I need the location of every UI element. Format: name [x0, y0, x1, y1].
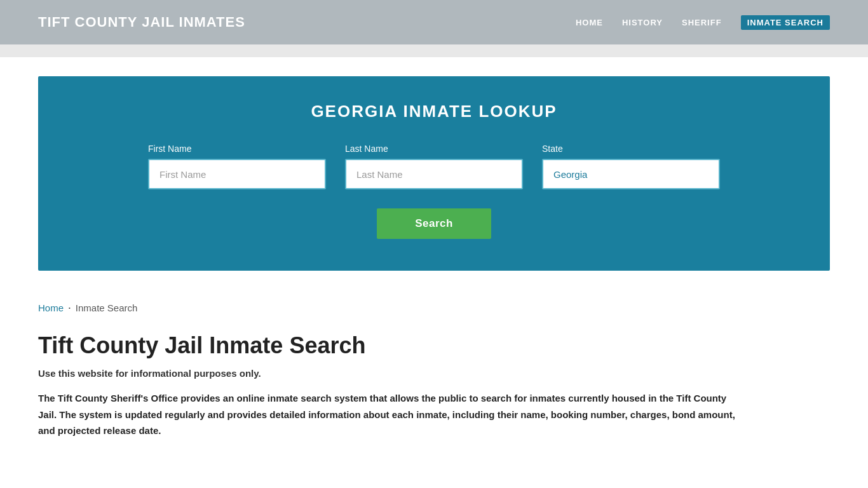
search-fields-row: First Name Last Name State [76, 144, 792, 189]
breadcrumb-current: Inmate Search [76, 302, 138, 313]
inmate-search-panel: GEORGIA INMATE LOOKUP First Name Last Na… [38, 76, 830, 271]
sub-header-line [0, 44, 868, 57]
state-label: State [542, 144, 720, 154]
first-name-input[interactable] [148, 159, 326, 189]
main-nav: HOME HISTORY SHERIFF INMATE SEARCH [576, 15, 830, 30]
site-header: TIFT COUNTY JAIL INMATES HOME HISTORY SH… [0, 0, 868, 44]
breadcrumb: Home • Inmate Search [38, 302, 830, 313]
nav-inmate-search[interactable]: INMATE SEARCH [741, 15, 830, 30]
nav-history[interactable]: HISTORY [622, 18, 663, 27]
nav-sheriff[interactable]: SHERIFF [682, 18, 722, 27]
last-name-label: Last Name [345, 144, 523, 154]
page-title: Tift County Jail Inmate Search [38, 332, 830, 359]
last-name-input[interactable] [345, 159, 523, 189]
page-content: Home • Inmate Search Tift County Jail In… [0, 290, 868, 464]
site-title: TIFT COUNTY JAIL INMATES [38, 14, 245, 30]
breadcrumb-separator: • [69, 305, 71, 311]
search-panel-title: GEORGIA INMATE LOOKUP [76, 102, 792, 121]
search-button[interactable]: Search [377, 208, 491, 239]
page-description: The Tift County Sheriff's Office provide… [38, 390, 737, 439]
search-button-wrapper: Search [76, 208, 792, 239]
breadcrumb-home-link[interactable]: Home [38, 302, 64, 313]
state-group: State [542, 144, 720, 189]
first-name-label: First Name [148, 144, 326, 154]
nav-home[interactable]: HOME [576, 18, 603, 27]
first-name-group: First Name [148, 144, 326, 189]
state-input[interactable] [542, 159, 720, 189]
last-name-group: Last Name [345, 144, 523, 189]
page-subtitle: Use this website for informational purpo… [38, 368, 830, 379]
